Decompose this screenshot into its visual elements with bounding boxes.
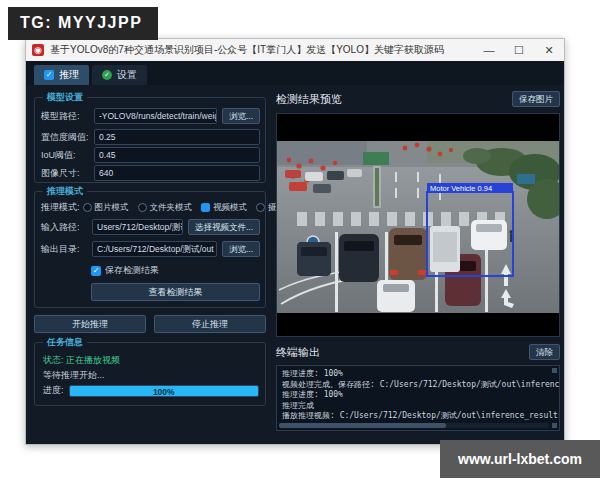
tab-bar: ✓ 推理 ✓ 设置 xyxy=(26,61,564,85)
imgsz-label: 图像尺寸: xyxy=(41,167,89,180)
radio-folder-mode[interactable] xyxy=(138,203,147,212)
model-browse-button[interactable]: 浏览... xyxy=(222,108,260,124)
conf-label: 置信度阈值: xyxy=(41,131,89,144)
terminal-vscroll-cap[interactable] xyxy=(552,423,557,428)
terminal-line: 推理进度: 100% xyxy=(282,369,549,380)
terminal-line: 视频处理完成。保存路径: C:/Users/712/Desktop/测试/out… xyxy=(282,380,549,391)
radio-video-mode[interactable] xyxy=(201,203,210,212)
save-image-button[interactable]: 保存图片 xyxy=(512,91,560,107)
stop-inference-button[interactable]: 停止推理 xyxy=(154,315,266,333)
output-browse-button[interactable]: 浏览... xyxy=(222,241,260,257)
app-window: ◉ 基于YOLOv8的7种交通场景识别项目-公众号【IT掌门人】发送【YOLO】… xyxy=(25,38,565,445)
conf-input[interactable]: 0.25 xyxy=(94,129,260,145)
tab-inference-label: 推理 xyxy=(59,68,79,82)
iou-input[interactable]: 0.45 xyxy=(94,147,260,163)
tg-badge: TG: MYYJJPP xyxy=(8,7,158,40)
tab-inference[interactable]: ✓ 推理 xyxy=(34,65,89,85)
waiting-text: 等待推理开始... xyxy=(43,369,105,382)
imgsz-input[interactable]: 640 xyxy=(94,165,260,181)
select-video-button[interactable]: 选择视频文件... xyxy=(188,219,260,235)
tab-settings[interactable]: ✓ 设置 xyxy=(92,65,147,85)
model-settings-title: 模型设置 xyxy=(43,91,87,104)
inference-mode-title: 推理模式 xyxy=(43,185,87,198)
page: TG: MYYJJPP www.url-lxbet.com ◉ 基于YOLOv8… xyxy=(0,0,600,480)
mode-row-label: 推理模式: xyxy=(41,201,80,214)
input-path-field[interactable]: Users/712/Desktop/测试/路况.mp4 xyxy=(92,219,183,235)
model-path-label: 模型路径: xyxy=(41,110,89,123)
task-info-group: 任务信息 状态: 正在播放视频 等待推理开始... 进度: 100% xyxy=(34,342,266,406)
view-results-button[interactable]: 查看检测结果 xyxy=(91,283,260,301)
watermark-badge: www.url-lxbet.com xyxy=(440,440,600,478)
model-path-input[interactable]: -YOLOV8/runs/detect/train/weights/best.p… xyxy=(94,108,217,124)
window-title: 基于YOLOv8的7种交通场景识别项目-公众号【IT掌门人】发送【YOLO】关键… xyxy=(50,43,474,57)
terminal-vscroll-cap[interactable] xyxy=(552,368,557,373)
traffic-scene-image: Motor Vehicle 0.94 xyxy=(277,114,559,336)
terminal-hscrollbar[interactable] xyxy=(279,423,549,428)
status-text: 状态: 正在播放视频 xyxy=(43,354,120,367)
terminal-title: 终端输出 xyxy=(276,345,320,360)
minimize-button[interactable]: — xyxy=(474,39,504,61)
model-settings-group: 模型设置 模型路径: -YOLOV8/runs/detect/train/wei… xyxy=(34,97,266,183)
task-info-title: 任务信息 xyxy=(43,336,87,349)
preview-title: 检测结果预览 xyxy=(276,92,342,107)
input-path-label: 输入路径: xyxy=(41,221,87,234)
detection-label: Motor Vehicle 0.94 xyxy=(430,184,492,193)
terminal-line: 推理完成 xyxy=(282,401,549,412)
terminal-line: 播放推理视频: C:/Users/712/Desktop/测试/out\infe… xyxy=(282,411,549,422)
iou-label: IoU阈值: xyxy=(41,149,89,162)
terminal-output[interactable]: 推理进度: 100% 视频处理完成。保存路径: C:/Users/712/Des… xyxy=(276,365,560,431)
progress-bar: 100% xyxy=(69,385,259,397)
terminal-hscroll-thumb[interactable] xyxy=(279,423,446,428)
maximize-button[interactable]: ☐ xyxy=(504,39,534,61)
terminal-line: 推理进度: 100% xyxy=(282,390,549,401)
output-dir-label: 输出目录: xyxy=(41,243,87,256)
radio-folder-mode-label: 文件夹模式 xyxy=(150,202,193,214)
save-results-checkbox[interactable]: ✓ xyxy=(91,266,101,276)
close-button[interactable]: ✕ xyxy=(534,39,564,61)
video-preview[interactable]: Motor Vehicle 0.94 xyxy=(276,113,560,337)
radio-image-mode-label: 图片模式 xyxy=(95,202,129,214)
app-icon: ◉ xyxy=(32,44,44,56)
checkbox-check-icon: ✓ xyxy=(44,70,54,80)
content-area: 模型设置 模型路径: -YOLOV8/runs/detect/train/wei… xyxy=(26,85,564,446)
start-inference-button[interactable]: 开始推理 xyxy=(34,315,146,333)
progress-percent: 100% xyxy=(70,386,258,397)
titlebar: ◉ 基于YOLOv8的7种交通场景识别项目-公众号【IT掌门人】发送【YOLO】… xyxy=(26,39,564,61)
save-results-label: 保存检测结果 xyxy=(105,264,159,277)
radio-image-mode[interactable] xyxy=(83,203,92,212)
tab-settings-label: 设置 xyxy=(117,68,137,82)
output-dir-field[interactable]: C:/Users/712/Desktop/测试/out xyxy=(92,241,217,257)
progress-label: 进度: xyxy=(43,384,64,397)
gear-check-icon: ✓ xyxy=(102,70,112,80)
clear-terminal-button[interactable]: 清除 xyxy=(529,344,560,360)
radio-camera-mode[interactable] xyxy=(256,203,265,212)
inference-mode-group: 推理模式 推理模式: 图片模式 文件夹模式 视频模式 摄像头模式 输入路径: U… xyxy=(34,191,266,308)
radio-video-mode-label: 视频模式 xyxy=(213,202,247,214)
